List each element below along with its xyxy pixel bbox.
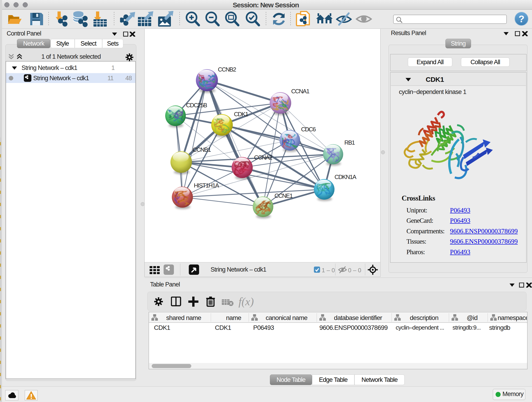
svg-text:CCNA1: CCNA1 <box>291 88 310 95</box>
svg-text:CDC25B: CDC25B <box>186 102 207 109</box>
svg-text:CDKN1A: CDKN1A <box>335 173 356 180</box>
svg-text:RB1: RB1 <box>344 139 355 146</box>
svg-text:CDK1: CDK1 <box>234 111 248 118</box>
svg-text:CCNA2: CCNA2 <box>254 154 272 161</box>
svg-text:CCNE1: CCNE1 <box>274 192 293 199</box>
svg-text:HIST1H1A: HIST1H1A <box>194 182 219 189</box>
svg-text:CCNB1: CCNB1 <box>193 146 211 153</box>
svg-text:CDC6: CDC6 <box>301 126 316 133</box>
svg-text:CCNB2: CCNB2 <box>218 66 236 73</box>
